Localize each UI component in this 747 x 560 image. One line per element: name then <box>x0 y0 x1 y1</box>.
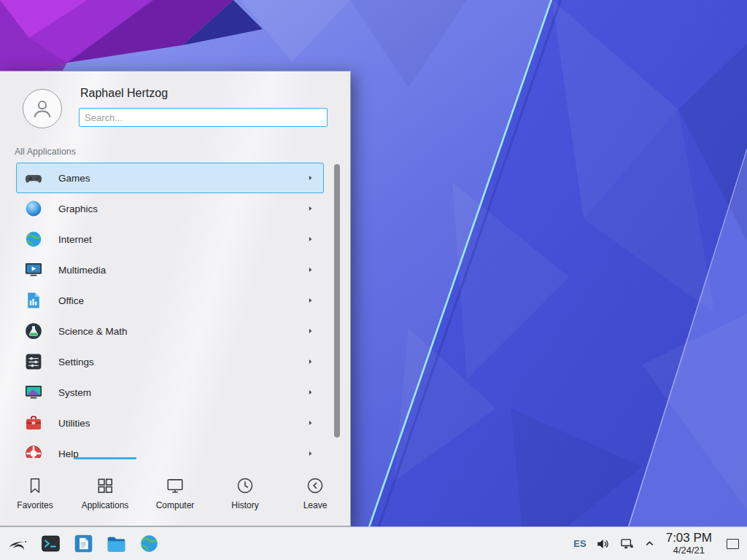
launcher-tabbar: Favorites Applications Computer History … <box>0 459 350 526</box>
submenu-arrow-icon <box>306 236 314 244</box>
applications-icon <box>96 476 115 495</box>
keyboard-layout-indicator[interactable]: ES <box>573 538 586 549</box>
category-label: Utilities <box>58 418 90 429</box>
settings-icon <box>24 352 43 371</box>
multimedia-icon <box>24 260 43 279</box>
category-label: Graphics <box>58 203 98 214</box>
games-icon <box>24 168 43 187</box>
scrollbar-thumb[interactable] <box>334 164 340 438</box>
user-avatar[interactable] <box>23 89 62 128</box>
taskbar: ES 7:03 PM 4/24/21 <box>0 526 747 560</box>
file-manager-icon <box>106 533 127 554</box>
submenu-arrow-icon <box>306 389 314 397</box>
favorites-icon <box>26 476 44 495</box>
tab-leave[interactable]: Leave <box>280 459 350 526</box>
show-desktop-button[interactable] <box>723 532 742 556</box>
tab-label: Favorites <box>17 500 53 510</box>
graphics-icon <box>24 199 43 218</box>
category-label: Help <box>58 448 79 459</box>
tab-computer[interactable]: Computer <box>140 459 210 526</box>
browser-icon <box>139 533 160 554</box>
tab-favorites[interactable]: Favorites <box>0 459 70 526</box>
tab-label: Applications <box>82 500 129 510</box>
desktop: Raphael Hertzog All Applications Games G… <box>0 0 747 560</box>
category-row[interactable]: Science & Math <box>16 316 324 346</box>
science-icon <box>24 322 43 341</box>
tab-label: Leave <box>303 500 328 510</box>
submenu-arrow-icon <box>306 266 314 274</box>
tab-label: Computer <box>156 500 195 510</box>
category-row[interactable]: Office <box>16 285 324 316</box>
volume-icon[interactable] <box>596 537 611 551</box>
clock-date: 4/24/21 <box>666 545 712 556</box>
tab-history[interactable]: History <box>210 459 280 526</box>
submenu-arrow-icon <box>306 297 314 305</box>
category-row[interactable]: Settings <box>16 346 324 377</box>
terminal-launcher[interactable] <box>39 533 61 555</box>
category-row[interactable]: Games <box>16 163 324 193</box>
show-desktop-icon <box>727 539 739 549</box>
text-editor-icon <box>73 533 94 554</box>
kali-logo-icon <box>7 533 28 554</box>
computer-icon <box>166 476 185 495</box>
help-icon <box>24 444 43 458</box>
category-label: Games <box>58 173 90 184</box>
utilities-icon <box>24 413 43 432</box>
category-row[interactable]: Graphics <box>16 193 324 224</box>
office-icon <box>24 291 43 310</box>
category-label: System <box>58 387 91 398</box>
tray-expand-icon[interactable] <box>644 538 655 549</box>
terminal-icon <box>40 533 61 554</box>
submenu-arrow-icon <box>306 358 314 366</box>
history-icon <box>236 476 255 495</box>
submenu-arrow-icon <box>306 450 314 458</box>
category-row[interactable]: Internet <box>16 224 324 254</box>
system-tray: ES 7:03 PM 4/24/21 <box>573 532 747 556</box>
clock[interactable]: 7:03 PM 4/24/21 <box>666 532 712 555</box>
submenu-arrow-icon <box>306 419 314 427</box>
app-launcher-button[interactable] <box>7 533 28 555</box>
search-input[interactable] <box>79 108 328 127</box>
category-row[interactable]: Multimedia <box>16 254 324 285</box>
submenu-arrow-icon <box>306 327 314 335</box>
category-row[interactable]: System <box>16 377 324 408</box>
text-editor-launcher[interactable] <box>72 533 94 555</box>
network-icon[interactable] <box>620 537 635 551</box>
category-label: Multimedia <box>58 265 106 276</box>
category-label: Office <box>58 295 84 306</box>
category-label: Internet <box>58 234 92 245</box>
category-row[interactable]: Help <box>16 438 324 458</box>
category-label: Settings <box>58 357 94 368</box>
section-label: All Applications <box>15 147 76 157</box>
taskbar-launchers <box>0 533 160 555</box>
application-launcher-popup: Raphael Hertzog All Applications Games G… <box>0 71 351 526</box>
tab-applications[interactable]: Applications <box>70 459 140 526</box>
submenu-arrow-icon <box>306 205 314 213</box>
internet-icon <box>24 230 43 249</box>
leave-icon <box>306 476 325 495</box>
scrollbar-track[interactable] <box>334 164 340 457</box>
category-list: Games Graphics Internet Multimedia <box>16 163 324 458</box>
browser-launcher[interactable] <box>138 533 160 555</box>
user-name: Raphael Hertzog <box>80 87 168 100</box>
person-icon <box>30 96 55 121</box>
category-row[interactable]: Utilities <box>16 408 324 438</box>
file-manager-launcher[interactable] <box>105 533 127 555</box>
submenu-arrow-icon <box>306 174 314 182</box>
clock-time: 7:03 PM <box>666 532 712 545</box>
tab-label: History <box>231 500 258 510</box>
system-icon <box>24 383 43 402</box>
category-label: Science & Math <box>58 326 128 337</box>
